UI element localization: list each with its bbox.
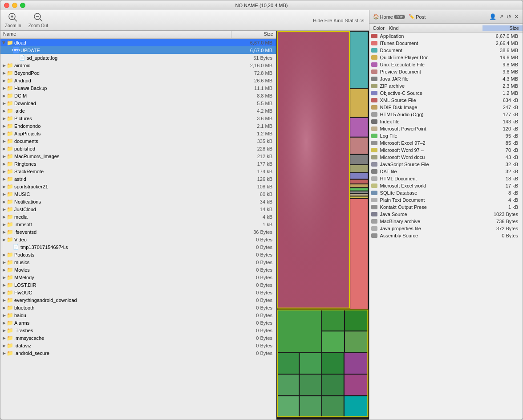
refresh-icon[interactable]: ↺ <box>507 13 511 20</box>
file-row[interactable]: ▶ 📁 Podcasts 0 Bytes <box>0 251 276 258</box>
kind-row[interactable]: Java properties file 372 Bytes <box>369 225 523 232</box>
expand-arrow[interactable]: ▶ <box>1 237 7 242</box>
kind-row[interactable]: Unix Executable File 9.8 MB <box>369 61 523 68</box>
more-icon[interactable]: ✕ <box>514 13 519 20</box>
expand-arrow[interactable]: ▶ <box>1 123 7 129</box>
file-row[interactable]: ▶ 📁 .aide 4.2 MB <box>0 107 276 114</box>
file-row[interactable]: ▶ 📁 .Trashes 0 Bytes <box>0 326 276 334</box>
expand-arrow[interactable]: ▶ <box>1 214 7 220</box>
kind-row[interactable]: Application 6,67.0 MB <box>369 33 523 40</box>
kind-row[interactable]: Microsoft Word 97 – 70 kB <box>369 147 523 154</box>
file-row[interactable]: ▶ 📁 Alarms 0 Bytes <box>0 319 276 326</box>
kind-row[interactable]: JavaScript Source File 32 kB <box>369 161 523 168</box>
file-row[interactable]: ▶ 📁 bluetooth 0 Bytes <box>0 304 276 311</box>
kind-row[interactable]: Plain Text Document 4 kB <box>369 196 523 204</box>
file-row[interactable]: ▶ 📁 Notifications 34 kB <box>0 198 276 205</box>
file-row[interactable]: ▶ 📁 HwOUC 0 Bytes <box>0 289 276 296</box>
file-row[interactable]: ▶ 📁 Endomondo 2.1 MB <box>0 122 276 130</box>
kind-row[interactable]: Kontakt Output Prese 1 kB <box>369 204 523 211</box>
file-row[interactable]: ▶ 📁 documents 335 kB <box>0 137 276 145</box>
file-row[interactable]: ▶ 📁 dload 6,67.0 MB <box>0 39 276 46</box>
expand-arrow[interactable]: ▶ <box>1 192 7 197</box>
kind-row[interactable]: Index file 143 kB <box>369 118 523 125</box>
expand-arrow[interactable]: ▶ <box>1 290 7 295</box>
file-row[interactable]: ▶ 📁 Video 0 Bytes <box>0 236 276 243</box>
kind-row[interactable]: Assembly Source 0 Bytes <box>369 232 523 239</box>
kind-row[interactable]: ZIP archive 2.3 MB <box>369 82 523 90</box>
file-row[interactable]: ▶ 📁 MUSIC 60 kB <box>0 190 276 198</box>
expand-arrow[interactable]: ▶ <box>1 146 7 151</box>
people-icon[interactable]: 👤 <box>489 13 496 20</box>
kind-row[interactable]: Objective-C Source 1.2 MB <box>369 90 523 97</box>
kind-row[interactable]: Log File 95 kB <box>369 132 523 139</box>
expand-arrow[interactable]: ▶ <box>1 335 7 341</box>
expand-arrow[interactable]: ▶ <box>1 93 7 98</box>
file-row[interactable]: ▶ 📁 .fseventsd 36 Bytes <box>0 228 276 236</box>
zoom-in-button[interactable]: Zoom In <box>5 12 21 28</box>
file-row[interactable]: ▶ 📁 Movies 0 Bytes <box>0 266 276 273</box>
kind-row[interactable]: DAT file 32 kB <box>369 168 523 175</box>
expand-arrow[interactable]: ▶ <box>1 282 7 288</box>
expand-arrow[interactable]: ▶ <box>1 298 7 303</box>
file-row[interactable]: ▶ 📁 LOST.DIR 0 Bytes <box>0 281 276 289</box>
kind-row[interactable]: Microsoft PowerPoint 120 kB <box>369 125 523 132</box>
minimize-button[interactable] <box>12 3 17 8</box>
kind-row[interactable]: MacBinary archive 736 Bytes <box>369 218 523 225</box>
treemap-area[interactable] <box>276 31 369 420</box>
expand-arrow[interactable]: ▶ <box>1 343 7 348</box>
file-row[interactable]: ▶ 📁 Android 26.6 MB <box>0 77 276 84</box>
expand-arrow[interactable]: ▶ <box>1 199 7 204</box>
post-button[interactable]: ✏️ Post <box>409 14 426 20</box>
expand-arrow[interactable]: ▶ <box>1 313 7 318</box>
expand-arrow[interactable]: ▶ <box>1 305 7 310</box>
expand-arrow[interactable]: ▶ <box>1 351 7 356</box>
expand-arrow[interactable]: ▶ <box>1 222 7 227</box>
expand-arrow[interactable]: ▶ <box>1 131 7 136</box>
kind-row[interactable]: Preview Document 9.6 MB <box>369 68 523 75</box>
kind-row[interactable]: Document 38.6 MB <box>369 47 523 54</box>
expand-arrow[interactable]: ▶ <box>1 275 7 280</box>
expand-arrow[interactable]: ▶ <box>1 63 7 68</box>
file-row[interactable]: ▶ 📁 DCIM 8.8 MB <box>0 92 276 99</box>
file-row[interactable]: ▶ 📁 MacRumors_Images 212 kB <box>0 152 276 160</box>
expand-arrow[interactable]: ▶ <box>1 260 7 265</box>
expand-arrow[interactable]: ▶ <box>1 78 7 83</box>
file-row[interactable]: ▶ 📁 MMelody 0 Bytes <box>0 273 276 281</box>
expand-arrow[interactable]: ▶ <box>1 320 7 326</box>
file-row[interactable]: ▶ 📁 .dataviz 0 Bytes <box>0 342 276 349</box>
close-button[interactable] <box>4 3 9 8</box>
kind-row[interactable]: iTunes Document 2,66.4 MB <box>369 40 523 47</box>
expand-arrow[interactable]: ▶ <box>1 108 7 114</box>
file-row[interactable]: ▶ UPD UPDATE 6,67.0 MB <box>0 46 276 54</box>
file-row[interactable]: ▶ 📁 .android_secure 0 Bytes <box>0 349 276 357</box>
file-row[interactable]: ▶ 📁 .rhmsoft 1 kB <box>0 220 276 228</box>
file-row[interactable]: ▶ 📁 BeyondPod 72.8 MB <box>0 69 276 77</box>
expand-arrow[interactable]: ▶ <box>1 40 7 45</box>
expand-arrow[interactable]: ▶ <box>1 116 7 121</box>
file-list[interactable]: Name Size ▶ 📁 dload 6,67.0 MB ▶ UPD UPDA… <box>0 31 276 420</box>
kind-row[interactable]: Microsoft Word docu 43 kB <box>369 154 523 161</box>
expand-arrow[interactable]: ▶ <box>1 154 7 159</box>
maximize-button[interactable] <box>20 3 25 8</box>
zoom-out-button[interactable]: Zoom Out <box>28 12 48 28</box>
kind-row[interactable]: XML Source File 634 kB <box>369 97 523 104</box>
file-row[interactable]: ▶ 📁 musics 0 Bytes <box>0 258 276 266</box>
file-row[interactable]: ▶ 📁 media 4 kB <box>0 213 276 220</box>
expand-arrow[interactable]: ▶ <box>1 184 7 189</box>
expand-arrow[interactable]: ▶ <box>1 328 7 333</box>
expand-arrow[interactable]: ▶ <box>1 207 7 212</box>
expand-arrow[interactable]: ▶ <box>1 169 7 174</box>
kind-row[interactable]: NDIF Disk Image 247 kB <box>369 104 523 111</box>
file-row[interactable]: ▶ 📁 sportstracker21 108 kB <box>0 183 276 190</box>
expand-arrow[interactable]: ▶ <box>1 252 7 257</box>
kind-row[interactable]: QuickTime Player Doc 19.6 MB <box>369 54 523 61</box>
share-icon[interactable]: ↗ <box>499 13 504 20</box>
kind-row[interactable]: Java JAR file 4.3 MB <box>369 75 523 82</box>
file-row[interactable]: ▶ 📁 .mmsyscache 0 Bytes <box>0 334 276 342</box>
kind-row[interactable]: HTML5 Audio (Ogg) 177 kB <box>369 111 523 118</box>
file-row[interactable]: ▶ 📁 baidu 0 Bytes <box>0 311 276 319</box>
file-row[interactable]: ▶ 📁 Ringtones 177 kB <box>0 160 276 167</box>
file-row[interactable]: ▶ 📁 everythingandroid_download 0 Bytes <box>0 296 276 304</box>
kind-list[interactable]: Application 6,67.0 MB iTunes Document 2,… <box>369 33 523 420</box>
file-row[interactable]: ▶ 📄 sd_update.log 51 Bytes <box>0 54 276 61</box>
